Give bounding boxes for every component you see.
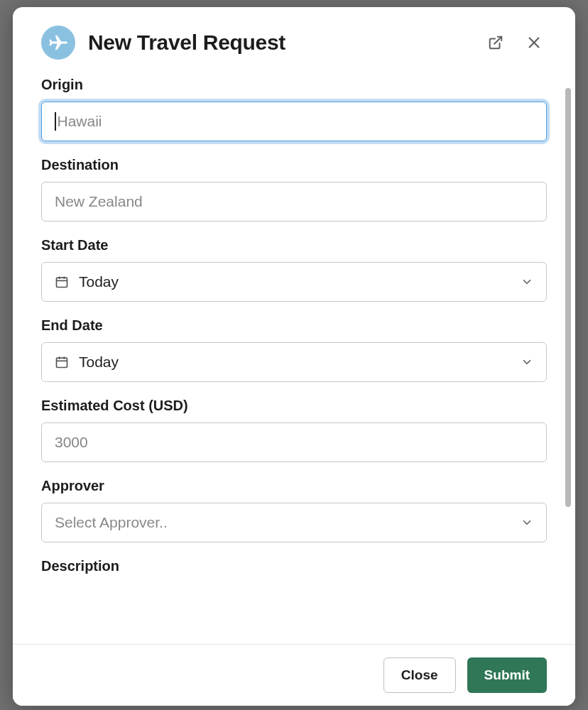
end-date-select[interactable]: Today bbox=[41, 342, 547, 382]
close-icon bbox=[526, 35, 542, 50]
airplane-icon bbox=[46, 31, 70, 55]
start-date-value: Today bbox=[79, 273, 511, 290]
estimated-cost-group: Estimated Cost (USD) bbox=[41, 398, 547, 462]
origin-input[interactable]: Hawaii bbox=[41, 102, 547, 141]
svg-rect-3 bbox=[57, 278, 67, 287]
calendar-icon bbox=[55, 355, 69, 369]
chevron-down-icon bbox=[521, 275, 533, 288]
description-label: Description bbox=[41, 558, 547, 574]
destination-label: Destination bbox=[41, 157, 547, 173]
end-date-group: End Date Today bbox=[41, 317, 547, 382]
svg-line-0 bbox=[494, 37, 501, 44]
approver-label: Approver bbox=[41, 478, 547, 494]
travel-request-modal: New Travel Request Origin Hawaii Des bbox=[13, 7, 575, 706]
estimated-cost-input[interactable] bbox=[41, 422, 547, 462]
calendar-icon bbox=[55, 275, 69, 289]
origin-group: Origin Hawaii bbox=[41, 77, 547, 141]
end-date-value: Today bbox=[79, 354, 511, 371]
origin-placeholder: Hawaii bbox=[58, 113, 102, 130]
text-cursor bbox=[55, 112, 56, 131]
end-date-label: End Date bbox=[41, 317, 547, 334]
submit-button[interactable]: Submit bbox=[467, 657, 547, 693]
close-button[interactable]: Close bbox=[383, 657, 456, 693]
open-external-button[interactable] bbox=[483, 30, 508, 55]
estimated-cost-label: Estimated Cost (USD) bbox=[41, 398, 547, 414]
description-group: Description bbox=[41, 558, 547, 574]
destination-group: Destination bbox=[41, 157, 547, 222]
modal-body: Origin Hawaii Destination Start Date Tod… bbox=[13, 68, 575, 644]
external-link-icon bbox=[488, 35, 503, 50]
destination-input[interactable] bbox=[41, 182, 547, 222]
chevron-down-icon bbox=[521, 356, 533, 368]
approver-group: Approver Select Approver.. bbox=[41, 478, 547, 542]
chevron-down-icon bbox=[521, 516, 533, 529]
approver-select[interactable]: Select Approver.. bbox=[41, 503, 547, 542]
approver-placeholder: Select Approver.. bbox=[55, 514, 511, 531]
app-avatar bbox=[41, 26, 75, 60]
start-date-group: Start Date Today bbox=[41, 237, 547, 302]
origin-label: Origin bbox=[41, 77, 547, 93]
modal-footer: Close Submit bbox=[13, 644, 575, 706]
start-date-label: Start Date bbox=[41, 237, 547, 253]
start-date-select[interactable]: Today bbox=[41, 262, 547, 302]
svg-rect-7 bbox=[57, 358, 67, 367]
close-modal-button[interactable] bbox=[521, 30, 547, 55]
modal-header: New Travel Request bbox=[13, 7, 575, 68]
modal-title: New Travel Request bbox=[88, 31, 470, 55]
